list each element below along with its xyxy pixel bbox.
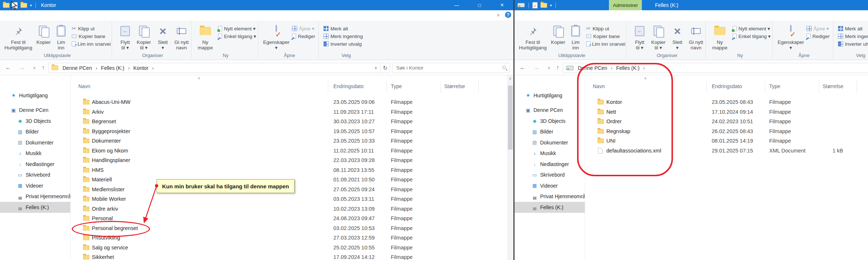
edit-button[interactable]: Rediger [807,33,830,40]
select-all-button[interactable]: Merk alt [323,25,348,32]
copy-path-button[interactable]: Kopier bane [72,33,105,40]
sidebar-item[interactable]: ◆ 3D Objects [515,116,585,127]
select-all-icon [838,26,843,31]
copy-path-button[interactable]: Kopier bane [586,33,620,40]
invert-selection-button[interactable]: Inverter utvalg [323,40,362,48]
sidebar-item[interactable]: ★ Hurtigtilgang [515,90,585,101]
paste-shortcut-button[interactable]: ↗ Lim inn snarvei [586,40,625,48]
forward-button[interactable]: → [531,63,542,72]
sidebar-item[interactable]: ▄ Privat Hjemmeområ [0,191,70,202]
refresh-button[interactable]: ↻ [381,63,390,73]
ribbon-tab[interactable] [0,10,26,11]
folder-icon[interactable] [540,3,547,8]
breadcrumb-item[interactable]: Kontor › [132,65,156,71]
select-all-button[interactable]: Merk alt [838,25,863,32]
sidebar-item[interactable]: ▄ Privat Hjemmeområ [515,191,585,202]
maximize-button[interactable]: □ [468,0,491,10]
sidebar-item[interactable]: ▭ Skrivebord [515,170,585,181]
file-row[interactable]: Abacus-Uni-MW 23.05.2025 09:06 Filmappe [71,97,507,107]
invert-selection-button[interactable]: Inverter utvalg [838,40,868,48]
cut-button[interactable]: ✂ Klipp ut [586,25,609,32]
easy-access-button[interactable]: Enkel tilgang ▾ [218,33,256,40]
sidebar-item[interactable]: ▤ Dokumenter [0,137,70,148]
sidebar-item[interactable]: ▄ Felles (K:) [0,202,70,213]
address-bar[interactable]: Denne PCen › Felles (K:) › Kontor › ∨ [48,63,381,73]
sidebar-item[interactable]: ↓ Nedlastinger [0,159,70,170]
collapse-ribbon-icon[interactable]: ∧ [497,12,500,18]
file-row[interactable]: Handlingsplaner 22.03.2023 09:28 Filmapp… [71,155,507,165]
paste-shortcut-button[interactable]: ↗ Lim inn snarvei [72,40,111,48]
column-header-type[interactable]: Type [391,81,402,91]
breadcrumb-item[interactable]: Denne PCen › [61,65,100,71]
drive-icon[interactable] [517,3,525,7]
sidebar-item[interactable]: ▦ Videoer [515,180,585,191]
file-date: 22.03.2023 09:28 [333,155,375,165]
minimize-button[interactable]: — [445,0,468,10]
folder-icon[interactable] [20,3,27,8]
file-row[interactable]: Arkiv 11.09.2023 17:11 Filmappe [71,107,507,117]
search-input[interactable] [393,63,509,72]
file-name: Salg og service [92,243,128,253]
group-label-organize: Organiser [114,53,191,59]
select-none-button[interactable]: Merk ingenting [323,33,363,40]
search-box[interactable] [392,63,509,73]
sidebar-item[interactable]: ▦ Videoer [0,180,70,191]
edit-button[interactable]: Rediger [292,33,315,40]
easy-access-button[interactable]: Enkel tilgang ▾ [733,33,771,40]
cut-button[interactable]: ✂ Klipp ut [72,25,95,32]
back-button[interactable]: ← [3,63,13,72]
column-header-size[interactable]: Størrelse [823,81,843,91]
column-header-size[interactable]: Størrelse [444,81,465,91]
file-row[interactable]: Dokumenter 23.05.2025 10:33 Filmappe [71,136,507,146]
help-icon[interactable]: ? [505,12,511,18]
column-header-type[interactable]: Type [769,81,780,91]
sidebar-item[interactable]: ▨ Bilder [0,127,70,137]
titlebar[interactable]: ✓ ▾ Administrer Felles (K:) [515,0,868,10]
qat-dropdown-icon[interactable]: ▾ [30,3,32,7]
column-header-date[interactable]: Endringsdato [712,81,742,91]
back-button[interactable]: ← [517,63,528,72]
sidebar-item[interactable]: ▄ Felles (K:) [515,202,585,213]
scrollbar-thumb[interactable] [508,86,513,150]
sidebar-item[interactable]: ▣ Denne PCen [515,105,585,116]
sidebar-item[interactable]: ♪ Musikk [0,148,70,159]
file-row[interactable]: Begrenset 30.03.2023 10:27 Filmappe [71,117,507,127]
file-row[interactable]: Ekom og Nkom 11.02.2025 10:11 Filmappe [71,146,507,156]
sidebar-item[interactable]: ↓ Nedlastinger [515,159,585,170]
checked-doc-icon[interactable]: ✓ [532,2,538,8]
sidebar-item[interactable]: ▣ Denne PCen [0,105,70,116]
quick-access-toolbar[interactable]: ✓ ▾ [515,2,557,8]
select-none-button[interactable]: Merk ingenting [838,33,868,40]
titlebar[interactable]: ✓ ▾ Kontor — □ × [0,0,513,10]
sidebar-item[interactable]: ▨ Bilder [515,127,585,137]
sidebar-item[interactable]: ▭ Skrivebord [0,170,70,181]
file-row[interactable]: HMS 08.11.2023 13:55 Filmappe [71,165,507,175]
up-button[interactable]: ↑ [553,63,563,72]
file-row[interactable]: Salg og service 25.02.2025 10:55 Filmapp… [71,243,507,253]
open-button[interactable]: Åpne ▾ [292,25,314,32]
vertical-scrollbar[interactable]: ∧ [507,75,513,260]
address-dropdown-icon[interactable]: ∨ [374,65,377,70]
open-button[interactable]: Åpne ▾ [807,25,829,32]
sidebar-item[interactable]: ▤ Dokumenter [515,137,585,148]
scrollbar-up-icon[interactable]: ∧ [507,76,513,80]
qat-dropdown-icon[interactable]: ▾ [550,3,552,7]
forward-button[interactable]: → [17,63,27,72]
file-row[interactable]: Sikkerhet 17.09.2024 14:12 Filmappe [71,252,507,260]
column-header-date[interactable]: Endringsdato [333,81,364,91]
contextual-tab-manage[interactable]: Administrer [609,0,642,10]
close-button[interactable]: × [491,0,513,10]
ribbon-tab[interactable] [515,10,541,11]
group-label-open: Åpne [261,53,318,59]
file-row[interactable]: Byggeprosjekter 19.05.2025 10:57 Filmapp… [71,127,507,136]
breadcrumb-item[interactable]: Felles (K:) › [100,65,132,71]
sidebar-item[interactable]: ★ Hurtigtilgang [0,90,70,101]
sidebar-item[interactable]: ♪ Musikk [515,148,585,159]
up-button[interactable]: ↑ [38,63,48,72]
column-header-name[interactable]: Navn [78,81,90,91]
new-item-button[interactable]: Nytt element ▾ [218,25,255,32]
quick-access-toolbar[interactable]: ✓ ▾ [0,2,37,8]
new-item-button[interactable]: Nytt element ▾ [733,25,770,32]
folder-icon[interactable] [3,3,10,8]
sidebar-item[interactable]: ◆ 3D Objects [0,116,70,127]
